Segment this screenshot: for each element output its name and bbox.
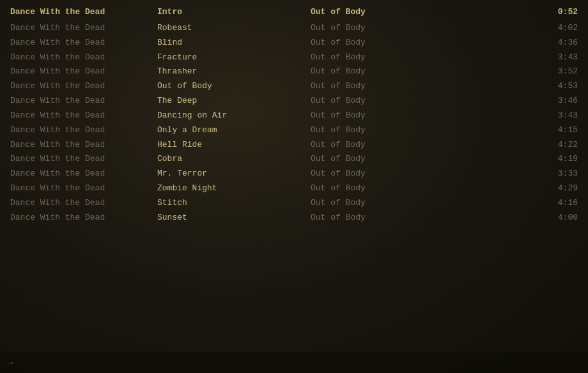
track-title: Cobra bbox=[157, 153, 311, 165]
track-album: Out of Body bbox=[311, 80, 438, 93]
track-album: Out of Body bbox=[311, 66, 438, 78]
track-title: Only a Dream bbox=[157, 125, 311, 137]
track-duration: 4:02 bbox=[539, 22, 578, 34]
track-duration: 4:00 bbox=[539, 212, 578, 224]
table-row[interactable]: Dance With the Dead Mr. Terror Out of Bo… bbox=[0, 167, 588, 181]
table-row[interactable]: Dance With the Dead Zombie Night Out of … bbox=[0, 181, 588, 196]
track-album: Out of Body bbox=[311, 197, 438, 209]
track-artist: Dance With the Dead bbox=[10, 80, 157, 93]
track-artist: Dance With the Dead bbox=[10, 153, 157, 165]
table-row[interactable]: Dance With the Dead Dancing on Air Out o… bbox=[0, 109, 588, 123]
header-title: Intro bbox=[157, 6, 311, 19]
track-title: Stitch bbox=[157, 197, 311, 209]
track-album: Out of Body bbox=[311, 212, 438, 224]
header-artist: Dance With the Dead bbox=[10, 6, 157, 19]
track-duration: 4:22 bbox=[539, 139, 578, 151]
track-album: Out of Body bbox=[311, 139, 438, 151]
track-duration: 3:43 bbox=[539, 110, 578, 122]
track-duration: 4:15 bbox=[539, 125, 578, 137]
track-album: Out of Body bbox=[311, 125, 438, 137]
track-artist: Dance With the Dead bbox=[10, 110, 157, 122]
track-title: Blind bbox=[157, 37, 311, 49]
table-row[interactable]: Dance With the Dead Out of Body Out of B… bbox=[0, 79, 588, 94]
track-artist: Dance With the Dead bbox=[10, 197, 157, 209]
track-album: Out of Body bbox=[311, 183, 438, 195]
track-duration: 3:43 bbox=[539, 52, 578, 64]
track-album: Out of Body bbox=[311, 52, 438, 64]
track-title: Mr. Terror bbox=[157, 168, 311, 180]
table-row[interactable]: Dance With the Dead Fracture Out of Body… bbox=[0, 50, 588, 65]
track-artist: Dance With the Dead bbox=[10, 22, 157, 34]
table-row[interactable]: Dance With the Dead Hell Ride Out of Bod… bbox=[0, 138, 588, 153]
track-title: The Deep bbox=[157, 95, 311, 107]
track-album: Out of Body bbox=[311, 168, 438, 180]
table-row[interactable]: Dance With the Dead Cobra Out of Body 4:… bbox=[0, 152, 588, 167]
track-artist: Dance With the Dead bbox=[10, 95, 157, 107]
arrow-icon: → bbox=[8, 358, 13, 368]
table-row[interactable]: Dance With the Dead The Deep Out of Body… bbox=[0, 94, 588, 109]
track-list: Dance With the Dead Intro Out of Body 0:… bbox=[0, 0, 588, 231]
table-row[interactable]: Dance With the Dead Robeast Out of Body … bbox=[0, 21, 588, 36]
track-title: Hell Ride bbox=[157, 139, 311, 151]
track-duration: 4:53 bbox=[539, 80, 578, 93]
track-duration: 3:33 bbox=[539, 168, 578, 180]
track-artist: Dance With the Dead bbox=[10, 183, 157, 195]
track-duration: 4:29 bbox=[539, 183, 578, 195]
track-duration: 3:52 bbox=[539, 66, 578, 78]
track-title: Dancing on Air bbox=[157, 110, 311, 122]
table-row[interactable]: Dance With the Dead Only a Dream Out of … bbox=[0, 123, 588, 138]
track-title: Sunset bbox=[157, 212, 311, 224]
table-row[interactable]: Dance With the Dead Stitch Out of Body 4… bbox=[0, 196, 588, 211]
track-artist: Dance With the Dead bbox=[10, 139, 157, 151]
track-duration: 3:46 bbox=[539, 95, 578, 107]
track-title: Thrasher bbox=[157, 66, 311, 78]
header-album: Out of Body bbox=[311, 6, 438, 19]
track-title: Zombie Night bbox=[157, 183, 311, 195]
track-artist: Dance With the Dead bbox=[10, 52, 157, 64]
track-artist: Dance With the Dead bbox=[10, 66, 157, 78]
track-artist: Dance With the Dead bbox=[10, 125, 157, 137]
table-row[interactable]: Dance With the Dead Blind Out of Body 4:… bbox=[0, 36, 588, 50]
track-artist: Dance With the Dead bbox=[10, 37, 157, 49]
track-duration: 4:16 bbox=[539, 197, 578, 209]
track-album: Out of Body bbox=[311, 22, 438, 34]
track-album: Out of Body bbox=[311, 153, 438, 165]
bottom-bar: → bbox=[0, 353, 588, 373]
track-album: Out of Body bbox=[311, 37, 438, 49]
track-artist: Dance With the Dead bbox=[10, 212, 157, 224]
track-title: Robeast bbox=[157, 22, 311, 34]
track-duration: 4:36 bbox=[539, 37, 578, 49]
track-title: Fracture bbox=[157, 52, 311, 64]
track-album: Out of Body bbox=[311, 95, 438, 107]
track-duration: 4:19 bbox=[539, 153, 578, 165]
track-artist: Dance With the Dead bbox=[10, 168, 157, 180]
table-row[interactable]: Dance With the Dead Sunset Out of Body 4… bbox=[0, 211, 588, 225]
header-duration: 0:52 bbox=[539, 6, 578, 19]
table-row[interactable]: Dance With the Dead Thrasher Out of Body… bbox=[0, 65, 588, 79]
track-album: Out of Body bbox=[311, 110, 438, 122]
track-list-header: Dance With the Dead Intro Out of Body 0:… bbox=[0, 5, 588, 20]
track-title: Out of Body bbox=[157, 80, 311, 93]
